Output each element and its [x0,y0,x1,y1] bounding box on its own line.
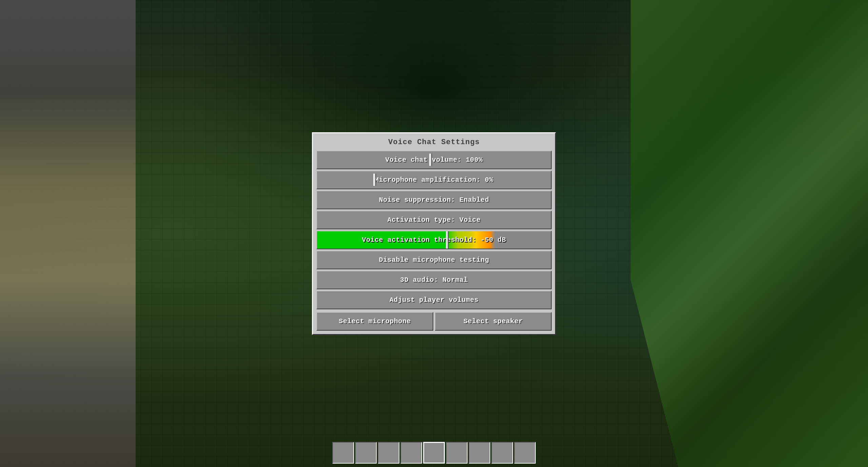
3d-audio-button[interactable]: 3D audio: Normal [316,271,552,289]
hotbar-slot-1[interactable] [332,442,354,464]
settings-list: Voice chat volume: 100% Microphone ampli… [315,151,553,311]
hotbar-slot-3[interactable] [378,442,399,464]
bottom-buttons-row: Select microphone Select speaker [315,312,553,332]
noise-suppression-button[interactable]: Noise suppression: Enabled [316,191,552,209]
select-speaker-button[interactable]: Select speaker [435,312,552,331]
select-microphone-label: Select microphone [339,317,411,325]
volume-slider-thumb [429,154,432,166]
3d-audio-label: 3D audio: Normal [400,276,468,284]
microphone-amplification-slider[interactable]: Microphone amplification: 0% [316,171,552,189]
hotbar [332,442,536,464]
modal-overlay: Voice Chat Settings Voice chat volume: 1… [0,0,868,467]
hotbar-slot-9[interactable] [514,442,536,464]
amp-slider-thumb [373,174,376,186]
voice-chat-volume-label: Voice chat volume: 100% [385,156,483,164]
hotbar-slot-2[interactable] [355,442,377,464]
threshold-slider-thumb [446,231,449,249]
hotbar-slot-8[interactable] [491,442,513,464]
hotbar-slot-7[interactable] [469,442,490,464]
adjust-player-volumes-button[interactable]: Adjust player volumes [316,291,552,309]
voice-chat-settings-modal: Voice Chat Settings Voice chat volume: 1… [312,132,556,335]
microphone-amplification-label: Microphone amplification: 0% [375,176,493,184]
activation-type-label: Activation type: Voice [387,216,480,224]
hotbar-slot-4[interactable] [400,442,422,464]
select-speaker-label: Select speaker [463,317,523,325]
noise-suppression-label: Noise suppression: Enabled [379,196,489,204]
voice-activation-threshold-slider[interactable]: Voice activation threshold: -50 dB [316,231,552,249]
modal-title: Voice Chat Settings [315,135,553,151]
disable-microphone-testing-label: Disable microphone testing [379,256,489,264]
adjust-player-volumes-label: Adjust player volumes [390,296,479,304]
voice-chat-volume-slider[interactable]: Voice chat volume: 100% [316,151,552,169]
select-microphone-button[interactable]: Select microphone [316,312,433,331]
hotbar-slot-6[interactable] [446,442,468,464]
disable-microphone-testing-button[interactable]: Disable microphone testing [316,251,552,269]
activation-type-button[interactable]: Activation type: Voice [316,211,552,229]
voice-activation-threshold-label: Voice activation threshold: -50 dB [362,236,506,244]
hotbar-slot-5-active[interactable] [423,442,445,464]
